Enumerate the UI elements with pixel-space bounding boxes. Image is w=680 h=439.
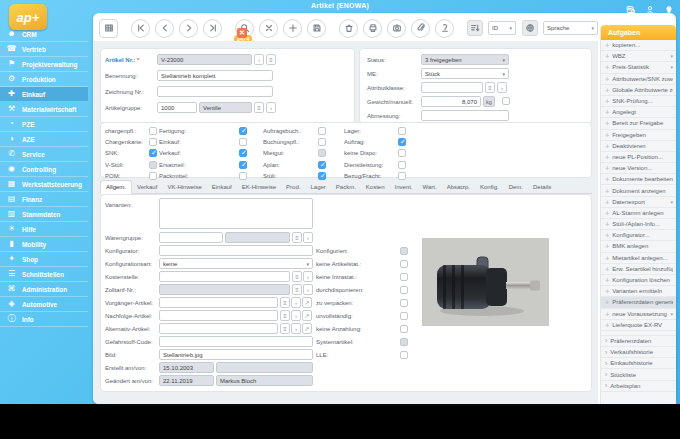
task-item[interactable]: Dokument anzeigen [601, 185, 676, 196]
open-icon[interactable]: › [291, 310, 301, 321]
sidebar-item[interactable]: ⌘ Administration [0, 282, 88, 297]
sidebar-item[interactable]: ⚙ Produktion [0, 72, 88, 87]
id-select[interactable]: ID ▾ [488, 21, 516, 35]
sidebar-item[interactable]: ▥ Stammdaten [0, 207, 88, 222]
clear-button[interactable] [259, 19, 278, 38]
previous-record-button[interactable] [155, 19, 174, 38]
flag-checkbox[interactable] [400, 247, 408, 255]
bild-field[interactable]: Stellantrieb.jpg [159, 349, 313, 360]
lookup-icon[interactable]: ≡ [254, 102, 264, 113]
sort-icon[interactable] [467, 20, 483, 36]
lookup-icon[interactable]: ≡ [292, 232, 302, 243]
external-link-icon[interactable]: ↗ [302, 323, 312, 334]
sidebar-item[interactable]: ☀ Hilfe [0, 222, 88, 237]
flag-checkbox[interactable] [398, 161, 406, 169]
delete-button[interactable] [339, 19, 358, 38]
task-item[interactable]: neue Version... [601, 163, 676, 174]
open-icon[interactable]: › [303, 232, 313, 243]
zeichnung-field[interactable] [157, 86, 273, 97]
next-record-button[interactable] [179, 19, 198, 38]
tab[interactable]: Prod. [281, 181, 305, 193]
konfigurator-field[interactable] [159, 245, 313, 256]
last-record-button[interactable] [203, 19, 222, 38]
varianten-field[interactable] [159, 198, 313, 229]
lookup-icon[interactable]: ≡ [280, 310, 290, 321]
open-icon[interactable]: › [254, 54, 264, 65]
task-nav-item[interactable]: Präferenzdaten [601, 336, 676, 347]
tab[interactable]: Allgem. [100, 180, 132, 194]
tab[interactable]: Verkauf [132, 181, 162, 193]
me-select[interactable]: Stück ▾ [421, 68, 509, 79]
flag-checkbox[interactable] [318, 138, 326, 146]
zolltarif-field[interactable] [159, 284, 290, 295]
warengruppe-code-field[interactable] [159, 232, 223, 243]
tab[interactable]: Einkauf [207, 181, 237, 193]
lookup-icon[interactable]: ≡ [292, 271, 302, 282]
task-nav-item[interactable]: Arbeitsplan [601, 381, 676, 392]
sidebar-item[interactable]: ☰ Schnittstellen [0, 267, 88, 282]
flag-checkbox[interactable] [400, 312, 408, 320]
flag-checkbox[interactable] [398, 149, 406, 157]
external-link-icon[interactable]: ↗ [302, 297, 312, 308]
status-select[interactable]: 3 freigegeben ▾ [421, 54, 509, 65]
task-item[interactable]: Datenexport ▾ [601, 197, 676, 208]
sidebar-item[interactable]: ◉ Controlling [0, 162, 88, 177]
task-nav-item[interactable]: Verkaufshistorie [601, 347, 676, 358]
sidebar-item[interactable]: ◈ Automotive [0, 297, 88, 312]
task-item[interactable]: AL-Stamm anlegen [601, 208, 676, 219]
flag-checkbox[interactable] [400, 286, 408, 294]
sidebar-item[interactable]: ☎ Vertrieb [0, 42, 88, 57]
flag-checkbox[interactable] [239, 172, 247, 180]
sidebar-item[interactable]: ✚ Einkauf [0, 87, 88, 102]
sidebar-item[interactable]: ▤ Finanz [0, 192, 88, 207]
sidebar-item[interactable]: ✦ Shop [0, 252, 88, 267]
sidebar-item[interactable]: ☻ CRM [0, 27, 88, 42]
attachment-button[interactable] [411, 19, 430, 38]
task-item[interactable]: kopieren... [601, 40, 676, 51]
artikelgruppe-code-field[interactable]: 1000 [157, 102, 197, 113]
gewicht-field[interactable]: 8,070 [421, 96, 481, 107]
flag-checkbox[interactable] [239, 149, 247, 157]
tab[interactable]: Konfig. [475, 181, 504, 193]
benennung-field[interactable]: Stellantrieb komplett [157, 70, 273, 81]
open-icon[interactable]: › [497, 82, 507, 93]
flag-checkbox[interactable] [239, 127, 247, 135]
external-link-icon[interactable]: ↗ [302, 310, 312, 321]
attributklasse-field[interactable] [421, 82, 483, 93]
open-icon[interactable]: › [291, 323, 301, 334]
kostenstelle-field[interactable] [159, 271, 290, 282]
task-item[interactable]: Dokumente bearbeiten [601, 174, 676, 185]
flag-checkbox[interactable] [400, 351, 408, 359]
tab[interactable]: Details [528, 181, 556, 193]
snapshot-button[interactable] [387, 19, 406, 38]
tab[interactable]: Absatzp. [442, 181, 475, 193]
flag-checkbox[interactable] [398, 172, 406, 180]
stamp-button[interactable] [435, 19, 454, 38]
task-item[interactable]: Varianten ermitteln [601, 286, 676, 297]
lookup-icon[interactable]: ≡ [280, 297, 290, 308]
task-item[interactable]: Mietartikel anlegen... [601, 253, 676, 264]
task-item[interactable]: Stüli-/Aplan-Info... [601, 219, 676, 230]
gewicht-manuell-checkbox[interactable] [502, 97, 510, 105]
alternativ-field[interactable] [159, 323, 278, 334]
task-item[interactable]: BMK anlegen [601, 241, 676, 252]
task-item[interactable]: Angelegt [601, 107, 676, 118]
language-select[interactable]: Sprache ▾ [543, 21, 598, 35]
sidebar-item[interactable]: ◔ PZE [0, 117, 88, 132]
open-icon[interactable]: › [266, 102, 276, 113]
task-item[interactable]: Bereit zur Freigabe [601, 118, 676, 129]
print-button[interactable] [363, 19, 382, 38]
warengruppe-name-field[interactable] [225, 232, 290, 243]
lookup-icon[interactable]: ≡ [280, 323, 290, 334]
task-item[interactable]: Präferenzdaten generieren [601, 297, 676, 308]
open-icon[interactable]: › [303, 271, 313, 282]
konfigurationsart-select[interactable]: keine ▾ [159, 258, 313, 269]
tab[interactable]: Wart. [418, 181, 442, 193]
flag-checkbox[interactable] [400, 273, 408, 281]
task-item[interactable]: Erw. Setartikel hinzufügen [601, 264, 676, 275]
task-item[interactable]: Freigegeben [601, 130, 676, 141]
artikelgruppe-name-field[interactable]: Ventile [199, 102, 252, 113]
flag-checkbox[interactable] [400, 260, 408, 268]
sidebar-item[interactable]: ▦ Werkstattsteuerung [0, 177, 88, 192]
task-item[interactable]: Preis-Statistik ▾ [601, 62, 676, 73]
